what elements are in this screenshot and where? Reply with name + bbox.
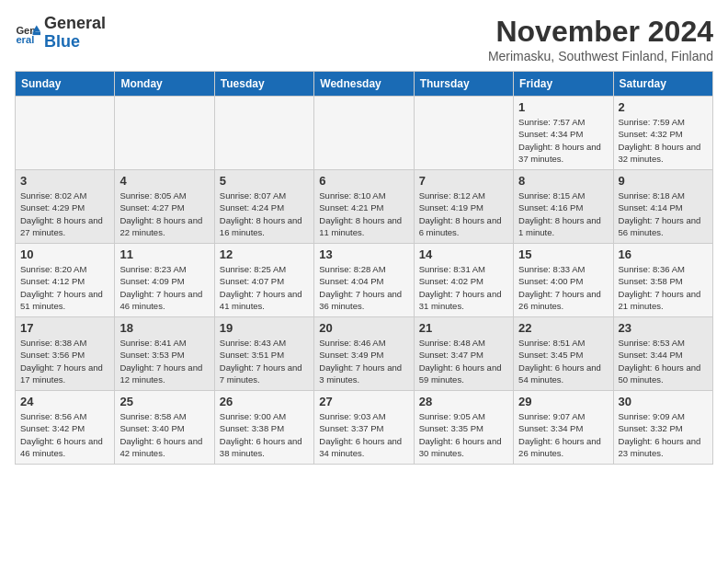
weekday-header: Monday xyxy=(115,72,214,97)
day-info: Sunrise: 8:23 AM Sunset: 4:09 PM Dayligh… xyxy=(119,263,209,312)
calendar-cell: 24Sunrise: 8:56 AM Sunset: 3:42 PM Dayli… xyxy=(16,391,115,465)
svg-rect-3 xyxy=(33,31,40,35)
day-number: 13 xyxy=(319,247,408,261)
calendar-week-row: 3Sunrise: 8:02 AM Sunset: 4:29 PM Daylig… xyxy=(16,170,713,244)
calendar-cell: 1Sunrise: 7:57 AM Sunset: 4:34 PM Daylig… xyxy=(514,97,613,170)
day-info: Sunrise: 8:07 AM Sunset: 4:24 PM Dayligh… xyxy=(220,190,309,238)
weekday-header: Thursday xyxy=(414,72,513,97)
day-number: 20 xyxy=(319,321,408,335)
calendar-cell: 8Sunrise: 8:15 AM Sunset: 4:16 PM Daylig… xyxy=(514,170,613,244)
calendar-cell: 26Sunrise: 9:00 AM Sunset: 3:38 PM Dayli… xyxy=(214,391,313,465)
day-number: 25 xyxy=(119,395,209,408)
logo-icon: Gen eral xyxy=(15,20,40,46)
day-number: 30 xyxy=(619,395,708,408)
day-info: Sunrise: 8:25 AM Sunset: 4:07 PM Dayligh… xyxy=(220,263,309,312)
day-number: 7 xyxy=(419,174,508,188)
calendar-cell: 20Sunrise: 8:46 AM Sunset: 3:49 PM Dayli… xyxy=(314,317,414,391)
svg-text:eral: eral xyxy=(16,34,34,45)
day-info: Sunrise: 8:46 AM Sunset: 3:49 PM Dayligh… xyxy=(319,337,408,385)
weekday-header: Friday xyxy=(514,72,613,97)
calendar-cell: 12Sunrise: 8:25 AM Sunset: 4:07 PM Dayli… xyxy=(214,244,313,317)
weekday-header: Tuesday xyxy=(214,72,313,97)
day-number: 1 xyxy=(518,100,608,114)
calendar-cell: 19Sunrise: 8:43 AM Sunset: 3:51 PM Dayli… xyxy=(214,317,313,391)
day-info: Sunrise: 8:31 AM Sunset: 4:02 PM Dayligh… xyxy=(419,263,508,312)
calendar-cell: 23Sunrise: 8:53 AM Sunset: 3:44 PM Dayli… xyxy=(613,317,712,391)
calendar-cell: 16Sunrise: 8:36 AM Sunset: 3:58 PM Dayli… xyxy=(613,244,712,317)
calendar-cell xyxy=(214,97,313,170)
day-info: Sunrise: 8:28 AM Sunset: 4:04 PM Dayligh… xyxy=(319,263,408,312)
day-number: 6 xyxy=(319,174,408,188)
day-number: 5 xyxy=(220,174,309,188)
day-number: 8 xyxy=(518,174,608,188)
calendar-cell: 3Sunrise: 8:02 AM Sunset: 4:29 PM Daylig… xyxy=(16,170,115,244)
calendar-cell: 7Sunrise: 8:12 AM Sunset: 4:19 PM Daylig… xyxy=(414,170,513,244)
calendar-cell: 11Sunrise: 8:23 AM Sunset: 4:09 PM Dayli… xyxy=(115,244,214,317)
day-number: 21 xyxy=(419,321,508,335)
calendar-week-row: 17Sunrise: 8:38 AM Sunset: 3:56 PM Dayli… xyxy=(16,317,713,391)
calendar-cell: 2Sunrise: 7:59 AM Sunset: 4:32 PM Daylig… xyxy=(613,97,712,170)
day-info: Sunrise: 8:10 AM Sunset: 4:21 PM Dayligh… xyxy=(319,190,408,238)
day-number: 3 xyxy=(20,174,109,188)
day-info: Sunrise: 8:43 AM Sunset: 3:51 PM Dayligh… xyxy=(220,337,309,385)
day-number: 12 xyxy=(220,247,309,261)
day-number: 9 xyxy=(619,174,708,188)
day-number: 11 xyxy=(119,247,209,261)
day-number: 26 xyxy=(220,395,309,408)
month-title: November 2024 xyxy=(488,15,713,49)
day-number: 17 xyxy=(20,321,109,335)
day-info: Sunrise: 9:05 AM Sunset: 3:35 PM Dayligh… xyxy=(419,410,508,459)
calendar-cell: 25Sunrise: 8:58 AM Sunset: 3:40 PM Dayli… xyxy=(115,391,214,465)
calendar-week-row: 1Sunrise: 7:57 AM Sunset: 4:34 PM Daylig… xyxy=(16,97,713,170)
day-info: Sunrise: 8:41 AM Sunset: 3:53 PM Dayligh… xyxy=(119,337,209,385)
day-info: Sunrise: 8:33 AM Sunset: 4:00 PM Dayligh… xyxy=(518,263,608,312)
day-number: 16 xyxy=(619,247,708,261)
logo-text: General Blue xyxy=(44,15,106,52)
logo: Gen eral General Blue xyxy=(15,15,106,52)
calendar-cell: 22Sunrise: 8:51 AM Sunset: 3:45 PM Dayli… xyxy=(514,317,613,391)
day-info: Sunrise: 9:03 AM Sunset: 3:37 PM Dayligh… xyxy=(319,410,408,459)
calendar-body: 1Sunrise: 7:57 AM Sunset: 4:34 PM Daylig… xyxy=(16,97,713,465)
day-info: Sunrise: 8:56 AM Sunset: 3:42 PM Dayligh… xyxy=(20,410,109,459)
calendar-header: SundayMondayTuesdayWednesdayThursdayFrid… xyxy=(16,72,713,97)
day-number: 15 xyxy=(518,247,608,261)
day-info: Sunrise: 8:53 AM Sunset: 3:44 PM Dayligh… xyxy=(619,337,708,385)
day-info: Sunrise: 9:00 AM Sunset: 3:38 PM Dayligh… xyxy=(220,410,309,459)
calendar-cell: 28Sunrise: 9:05 AM Sunset: 3:35 PM Dayli… xyxy=(414,391,513,465)
calendar-table: SundayMondayTuesdayWednesdayThursdayFrid… xyxy=(15,71,713,465)
day-number: 19 xyxy=(220,321,309,335)
calendar-cell: 29Sunrise: 9:07 AM Sunset: 3:34 PM Dayli… xyxy=(514,391,613,465)
calendar-cell xyxy=(414,97,513,170)
title-area: November 2024 Merimasku, Southwest Finla… xyxy=(488,15,713,63)
day-info: Sunrise: 8:12 AM Sunset: 4:19 PM Dayligh… xyxy=(419,190,508,238)
day-number: 23 xyxy=(619,321,708,335)
day-number: 29 xyxy=(518,395,608,408)
day-info: Sunrise: 8:18 AM Sunset: 4:14 PM Dayligh… xyxy=(619,190,708,238)
calendar-week-row: 24Sunrise: 8:56 AM Sunset: 3:42 PM Dayli… xyxy=(16,391,713,465)
calendar-cell: 6Sunrise: 8:10 AM Sunset: 4:21 PM Daylig… xyxy=(314,170,414,244)
day-number: 27 xyxy=(319,395,408,408)
day-info: Sunrise: 9:07 AM Sunset: 3:34 PM Dayligh… xyxy=(518,410,608,459)
day-number: 2 xyxy=(619,100,708,114)
day-info: Sunrise: 8:51 AM Sunset: 3:45 PM Dayligh… xyxy=(518,337,608,385)
weekday-header: Sunday xyxy=(16,72,115,97)
day-number: 28 xyxy=(419,395,508,408)
day-info: Sunrise: 8:38 AM Sunset: 3:56 PM Dayligh… xyxy=(20,337,109,385)
day-info: Sunrise: 8:36 AM Sunset: 3:58 PM Dayligh… xyxy=(619,263,708,312)
day-info: Sunrise: 8:05 AM Sunset: 4:27 PM Dayligh… xyxy=(119,190,209,238)
day-info: Sunrise: 8:20 AM Sunset: 4:12 PM Dayligh… xyxy=(20,263,109,312)
day-info: Sunrise: 8:48 AM Sunset: 3:47 PM Dayligh… xyxy=(419,337,508,385)
weekday-header: Wednesday xyxy=(314,72,414,97)
day-number: 10 xyxy=(20,247,109,261)
day-info: Sunrise: 8:58 AM Sunset: 3:40 PM Dayligh… xyxy=(119,410,209,459)
weekday-header: Saturday xyxy=(613,72,712,97)
calendar-cell: 18Sunrise: 8:41 AM Sunset: 3:53 PM Dayli… xyxy=(115,317,214,391)
day-info: Sunrise: 9:09 AM Sunset: 3:32 PM Dayligh… xyxy=(619,410,708,459)
calendar-week-row: 10Sunrise: 8:20 AM Sunset: 4:12 PM Dayli… xyxy=(16,244,713,317)
location-title: Merimasku, Southwest Finland, Finland xyxy=(488,49,713,63)
calendar-cell: 4Sunrise: 8:05 AM Sunset: 4:27 PM Daylig… xyxy=(115,170,214,244)
day-number: 18 xyxy=(119,321,209,335)
day-number: 4 xyxy=(119,174,209,188)
calendar-cell: 17Sunrise: 8:38 AM Sunset: 3:56 PM Dayli… xyxy=(16,317,115,391)
calendar-cell: 13Sunrise: 8:28 AM Sunset: 4:04 PM Dayli… xyxy=(314,244,414,317)
